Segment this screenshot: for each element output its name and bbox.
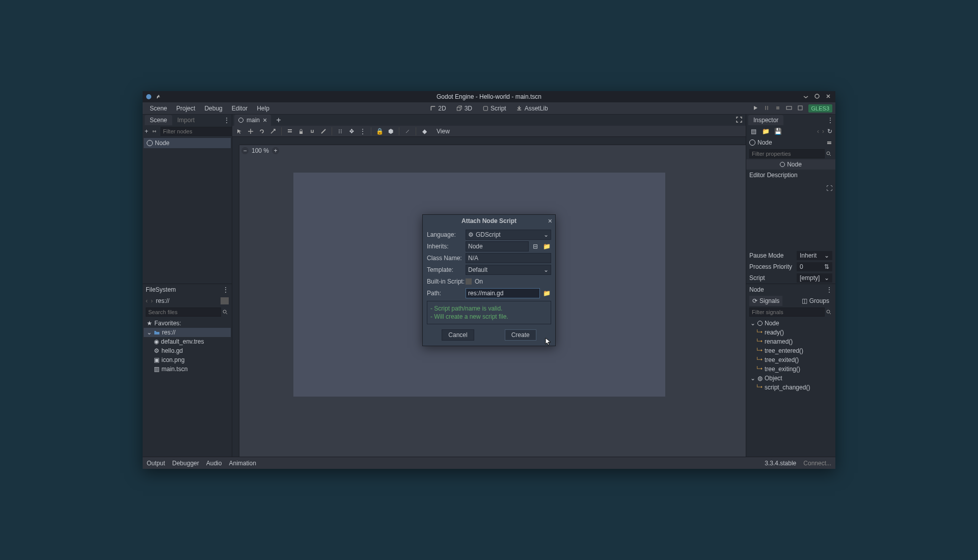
builtin-checkbox[interactable] xyxy=(466,278,472,285)
path-input[interactable] xyxy=(466,288,540,298)
fs-view-toggle-icon[interactable] xyxy=(221,297,229,304)
filter-nodes-input[interactable] xyxy=(160,127,236,136)
mode-2d[interactable]: 2D xyxy=(426,103,450,114)
tab-debugger[interactable]: Debugger xyxy=(172,460,199,467)
fs-file[interactable]: ⚙hello.gd xyxy=(144,346,231,355)
template-dropdown[interactable]: Default ⌄ xyxy=(466,265,551,275)
fs-search-input[interactable] xyxy=(146,307,221,317)
script-dropdown[interactable]: [empty]⌄ xyxy=(797,273,832,283)
link-icon[interactable] xyxy=(151,127,157,135)
scale-tool-icon[interactable] xyxy=(269,127,277,135)
play-scene-button[interactable] xyxy=(786,105,793,112)
menu-editor[interactable]: Editor xyxy=(228,103,252,114)
signal-item[interactable]: ⮡script_changed() xyxy=(747,383,834,392)
bone-icon[interactable]: ⟋ xyxy=(403,127,412,135)
tab-output[interactable]: Output xyxy=(147,460,165,467)
filter-signals-input[interactable] xyxy=(749,307,825,317)
folder-icon[interactable]: 📁 xyxy=(542,242,551,251)
scene-tree-node[interactable]: Node xyxy=(144,138,231,148)
zoom-out-icon[interactable]: − xyxy=(241,147,249,154)
settings-icon[interactable] xyxy=(826,139,832,146)
move-tool-icon[interactable] xyxy=(247,127,255,135)
tree-picker-icon[interactable]: ⊟ xyxy=(531,242,540,251)
folder-icon[interactable]: 📁 xyxy=(542,289,551,298)
signal-item[interactable]: ⮡renamed() xyxy=(747,337,834,346)
search-icon[interactable] xyxy=(825,308,832,316)
tab-scene[interactable]: Scene xyxy=(145,115,172,125)
mode-assetlib[interactable]: AssetLib xyxy=(512,103,552,114)
view-menu[interactable]: View xyxy=(432,126,454,136)
pause-mode-dropdown[interactable]: Inherit⌄ xyxy=(797,251,832,260)
history-icon[interactable]: ↻ xyxy=(827,128,832,135)
anim-key-icon[interactable]: ◆ xyxy=(420,127,428,135)
lock-tool-icon[interactable] xyxy=(297,127,305,135)
fs-back-icon[interactable]: ‹ xyxy=(146,297,148,304)
panel-menu-icon[interactable]: ⋮ xyxy=(827,117,833,124)
close-icon[interactable] xyxy=(825,93,832,100)
cancel-button[interactable]: Cancel xyxy=(442,329,474,341)
signal-item[interactable]: ⮡ready() xyxy=(747,328,834,337)
search-icon[interactable] xyxy=(825,150,832,158)
play-button[interactable] xyxy=(752,105,759,112)
rotate-tool-icon[interactable] xyxy=(258,127,266,135)
signal-item[interactable]: ⮡tree_entered() xyxy=(747,346,834,355)
filter-properties-input[interactable] xyxy=(749,149,825,158)
menu-help[interactable]: Help xyxy=(253,103,274,114)
create-button[interactable]: Create xyxy=(505,329,536,341)
inspector-section-node[interactable]: Node xyxy=(746,159,835,170)
inherits-input[interactable]: Node xyxy=(466,241,529,251)
back-icon[interactable]: ‹ xyxy=(817,128,819,135)
lock-icon[interactable]: 🔒 xyxy=(375,127,384,135)
fs-file[interactable]: ◉default_env.tres xyxy=(144,337,231,346)
file-icon[interactable]: ▤ xyxy=(749,127,757,135)
group-icon[interactable]: ⬢ xyxy=(387,127,395,135)
folder-open-icon[interactable]: 📁 xyxy=(762,127,770,135)
play-custom-button[interactable] xyxy=(797,105,804,112)
minimize-icon[interactable] xyxy=(803,93,810,100)
more-icon[interactable]: ⋮ xyxy=(359,127,367,135)
maximize-icon[interactable] xyxy=(814,93,821,100)
expand-prop-icon[interactable]: ⛶ xyxy=(826,185,832,192)
add-node-icon[interactable]: + xyxy=(145,127,148,135)
panel-menu-icon[interactable]: ⋮ xyxy=(224,117,230,124)
tab-groups[interactable]: ◫Groups xyxy=(799,296,832,306)
fwd-icon[interactable]: › xyxy=(822,128,824,135)
tab-animation[interactable]: Animation xyxy=(229,460,256,467)
fs-fwd-icon[interactable]: › xyxy=(151,297,153,304)
list-tool-icon[interactable] xyxy=(286,127,294,135)
select-tool-icon[interactable] xyxy=(235,127,243,135)
menu-scene[interactable]: Scene xyxy=(146,103,171,114)
menu-debug[interactable]: Debug xyxy=(200,103,226,114)
add-tab-icon[interactable]: + xyxy=(273,116,284,125)
connect-button[interactable]: Connect... xyxy=(803,460,831,467)
mode-script[interactable]: Script xyxy=(478,103,510,114)
zoom-in-icon[interactable]: + xyxy=(272,147,279,154)
fs-favorites[interactable]: ★Favorites: xyxy=(144,319,231,328)
signal-category-node[interactable]: ⌄Node xyxy=(747,319,834,328)
stop-button[interactable] xyxy=(775,105,782,112)
tab-audio[interactable]: Audio xyxy=(206,460,222,467)
fs-file[interactable]: ▥main.tscn xyxy=(144,365,231,374)
language-dropdown[interactable]: ⚙GDScript ⌄ xyxy=(466,230,551,240)
save-icon[interactable]: 💾 xyxy=(774,127,782,135)
signal-category-object[interactable]: ⌄◍Object xyxy=(747,374,834,383)
close-tab-icon[interactable]: × xyxy=(263,116,267,124)
tab-signals[interactable]: ⟳Signals xyxy=(749,296,782,306)
fs-root[interactable]: ⌄res:// xyxy=(144,328,231,337)
scene-tab-main[interactable]: main × xyxy=(234,115,271,126)
fs-file[interactable]: ▣icon.png xyxy=(144,355,231,365)
pin-icon[interactable] xyxy=(156,94,162,100)
pan-tool-icon[interactable] xyxy=(308,127,316,135)
tab-inspector[interactable]: Inspector xyxy=(748,115,783,125)
panel-menu-icon[interactable]: ⋮ xyxy=(826,286,832,293)
signal-item[interactable]: ⮡tree_exited() xyxy=(747,355,834,365)
process-priority-input[interactable]: 0⇅ xyxy=(797,262,832,271)
fs-menu-icon[interactable]: ⋮ xyxy=(223,286,229,293)
expand-icon[interactable] xyxy=(736,116,744,124)
signal-item[interactable]: ⮡tree_exiting() xyxy=(747,365,834,374)
dialog-close-icon[interactable]: × xyxy=(548,217,552,225)
search-icon[interactable] xyxy=(221,308,229,316)
ruler-tool-icon[interactable] xyxy=(319,127,328,135)
tab-import[interactable]: Import xyxy=(172,115,200,125)
grid-icon[interactable]: ❖ xyxy=(347,127,356,135)
